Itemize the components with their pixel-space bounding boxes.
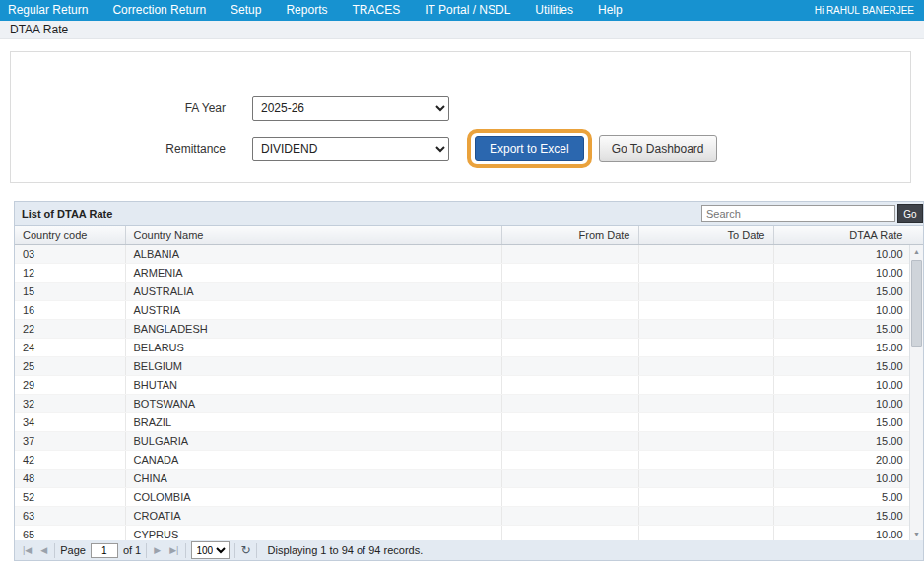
cell-country-code: 12 xyxy=(15,264,125,283)
table-row[interactable]: 29 BHUTAN 10.00 xyxy=(15,376,911,395)
vertical-scrollbar[interactable]: ▲ ▼ xyxy=(909,245,923,540)
cell-dtaa-rate: 10.00 xyxy=(773,376,911,395)
table-row[interactable]: 15 AUSTRALIA 15.00 xyxy=(15,283,911,301)
table-row[interactable]: 42 CANADA 20.00 xyxy=(15,451,911,470)
table-row[interactable]: 34 BRAZIL 15.00 xyxy=(15,413,911,432)
cell-from-date xyxy=(501,264,638,283)
remittance-select[interactable]: DIVIDEND xyxy=(252,137,449,161)
cell-from-date xyxy=(501,395,638,413)
cell-dtaa-rate: 15.00 xyxy=(773,413,911,432)
column-header-dtaa-rate[interactable]: DTAA Rate xyxy=(773,226,911,245)
cell-country-code: 48 xyxy=(15,470,125,488)
cell-to-date xyxy=(638,395,773,413)
pager-separator xyxy=(185,543,186,558)
nav-item[interactable]: IT Portal / NSDL xyxy=(425,0,510,21)
table-row[interactable]: 25 BELGIUM 15.00 xyxy=(15,357,911,376)
nav-item[interactable]: Setup xyxy=(231,0,261,21)
export-to-excel-button[interactable]: Export to Excel xyxy=(475,136,584,161)
cell-country-code: 37 xyxy=(15,432,125,451)
nav-item[interactable]: Regular Return xyxy=(8,0,88,21)
cell-country-code: 52 xyxy=(15,488,125,507)
cell-from-date xyxy=(501,413,638,432)
cell-country-code: 65 xyxy=(15,526,125,541)
scroll-down-icon[interactable]: ▼ xyxy=(910,528,923,540)
column-header-from-date[interactable]: From Date xyxy=(501,226,638,245)
export-highlight-ring: Export to Excel xyxy=(467,129,592,168)
cell-dtaa-rate: 10.00 xyxy=(773,245,911,264)
cell-country-name: AUSTRIA xyxy=(125,301,501,320)
grid-body: 03 ALBANIA 10.00 12 ARMENIA 10.00 xyxy=(15,245,911,540)
scroll-up-icon[interactable]: ▲ xyxy=(910,245,923,258)
table-row[interactable]: 63 CROATIA 15.00 xyxy=(15,507,911,526)
cell-from-date xyxy=(501,432,638,451)
next-page-icon[interactable]: ▶ xyxy=(152,545,163,555)
grid-body-table: 03 ALBANIA 10.00 12 ARMENIA 10.00 xyxy=(15,245,911,540)
table-row[interactable]: 52 COLOMBIA 5.00 xyxy=(15,488,911,507)
nav-menu: Regular Return Correction Return Setup R… xyxy=(8,0,623,21)
grid-title-bar: List of DTAA Rate Go xyxy=(14,201,924,226)
page-of-label: of 1 xyxy=(123,544,141,556)
table-row[interactable]: 24 BELARUS 15.00 xyxy=(15,339,911,357)
table-row[interactable]: 48 CHINA 10.00 xyxy=(15,470,911,488)
grid-title: List of DTAA Rate xyxy=(22,208,112,220)
nav-item[interactable]: Correction Return xyxy=(112,0,206,21)
refresh-icon[interactable]: ↻ xyxy=(240,544,250,556)
column-header-country-code[interactable]: Country code xyxy=(15,226,125,245)
last-page-icon[interactable]: ▶| xyxy=(167,545,180,555)
grid-header-table: Country code Country Name From Date To D… xyxy=(15,226,912,245)
search-input[interactable] xyxy=(701,205,895,222)
cell-country-code: 42 xyxy=(15,451,125,470)
table-row[interactable]: 65 CYPRUS 10.00 xyxy=(15,526,911,541)
cell-to-date xyxy=(638,488,773,507)
cell-to-date xyxy=(638,245,773,264)
cell-from-date xyxy=(501,301,638,320)
table-row[interactable]: 37 BULGARIA 15.00 xyxy=(15,432,911,451)
fa-year-select[interactable]: 2025-26 xyxy=(252,96,449,121)
pager-separator xyxy=(234,543,235,558)
fa-year-row: FA Year 2025-26 xyxy=(11,95,910,121)
cell-country-name: CANADA xyxy=(125,451,501,470)
cell-from-date xyxy=(501,320,638,339)
cell-country-code: 25 xyxy=(15,357,125,376)
cell-from-date xyxy=(501,357,638,376)
table-row[interactable]: 12 ARMENIA 10.00 xyxy=(15,264,911,283)
table-row[interactable]: 32 BOTSWANA 10.00 xyxy=(15,395,911,413)
grid-table-area: Country code Country Name From Date To D… xyxy=(14,226,924,540)
go-to-dashboard-button[interactable]: Go To Dashboard xyxy=(599,135,717,162)
first-page-icon[interactable]: |◀ xyxy=(21,545,33,555)
cell-dtaa-rate: 15.00 xyxy=(773,432,911,451)
cell-country-code: 34 xyxy=(15,413,125,432)
page-title-bar: DTAA Rate xyxy=(0,21,924,39)
table-body: 03 ALBANIA 10.00 12 ARMENIA 10.00 xyxy=(15,245,911,540)
column-header-country-name[interactable]: Country Name xyxy=(125,226,501,245)
cell-country-name: ARMENIA xyxy=(125,264,501,283)
prev-page-icon[interactable]: ◀ xyxy=(38,545,49,555)
nav-item[interactable]: TRACES xyxy=(352,0,400,21)
table-row[interactable]: 03 ALBANIA 10.00 xyxy=(15,245,911,264)
nav-item[interactable]: Help xyxy=(598,0,623,21)
cell-country-code: 29 xyxy=(15,376,125,395)
scrollbar-thumb[interactable] xyxy=(911,260,922,347)
table-row[interactable]: 16 AUSTRIA 10.00 xyxy=(15,301,911,320)
page-number-input[interactable] xyxy=(91,543,118,558)
nav-item[interactable]: Utilities xyxy=(535,0,573,21)
cell-to-date xyxy=(638,432,773,451)
cell-country-name: BHUTAN xyxy=(125,376,501,395)
cell-dtaa-rate: 10.00 xyxy=(773,470,911,488)
nav-item[interactable]: Reports xyxy=(286,0,327,21)
cell-dtaa-rate: 15.00 xyxy=(773,507,911,526)
cell-country-name: BANGLADESH xyxy=(125,320,501,339)
cell-dtaa-rate: 15.00 xyxy=(773,339,911,357)
cell-dtaa-rate: 15.00 xyxy=(773,357,911,376)
search-go-button[interactable]: Go xyxy=(897,204,923,223)
grid-pager: |◀ ◀ Page of 1 ▶ ▶| 100 ↻ Displaying 1 t… xyxy=(14,540,924,561)
table-row[interactable]: 22 BANGLADESH 15.00 xyxy=(15,320,911,339)
cell-from-date xyxy=(501,507,638,526)
column-header-to-date[interactable]: To Date xyxy=(638,226,773,245)
cell-to-date xyxy=(638,413,773,432)
cell-to-date xyxy=(638,526,773,541)
cell-from-date xyxy=(501,451,638,470)
cell-dtaa-rate: 15.00 xyxy=(773,283,911,301)
user-greeting: Hi RAHUL BANERJEE xyxy=(815,5,914,16)
page-size-select[interactable]: 100 xyxy=(191,541,230,559)
